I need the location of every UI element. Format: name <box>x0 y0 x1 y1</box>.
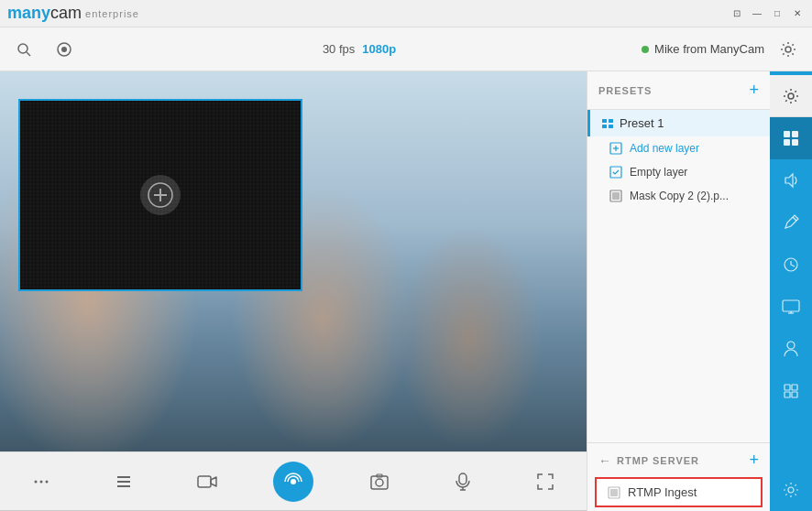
topbar: 30 fps 1080p Mike from ManyCam <box>0 27 812 71</box>
layers-btn[interactable] <box>770 117 812 159</box>
mic-btn[interactable] <box>446 465 479 498</box>
list-view-btn[interactable] <box>107 465 140 498</box>
fullscreen-btn[interactable] <box>529 465 562 498</box>
presets-section: PRESETS + Preset 1 <box>587 71 770 442</box>
draw-btn[interactable] <box>770 201 812 244</box>
svg-rect-31 <box>609 125 613 128</box>
rtmp-title: RTMP SERVER <box>617 455 699 466</box>
svg-line-46 <box>793 217 796 221</box>
svg-marker-45 <box>785 174 793 187</box>
settings-bottom-btn[interactable] <box>770 469 812 511</box>
broadcast-btn[interactable] <box>273 462 313 502</box>
fps-label: 30 fps <box>323 42 355 56</box>
search-icon[interactable] <box>11 37 37 62</box>
svg-rect-30 <box>602 125 607 128</box>
right-sidebar: PRESETS + Preset 1 <box>587 71 770 511</box>
right-panel: PRESETS + Preset 1 <box>587 71 812 511</box>
empty-layer-label: Empty layer <box>630 166 687 179</box>
user-name: Mike from ManyCam <box>654 42 764 56</box>
svg-point-10 <box>46 480 49 483</box>
screenshare-btn[interactable] <box>770 286 812 328</box>
svg-rect-42 <box>792 131 798 137</box>
user-status-dot <box>642 46 649 53</box>
rtmp-ingest-item[interactable]: RTMP Ingest <box>595 477 763 507</box>
presets-header: PRESETS + <box>587 71 770 110</box>
video-camera-btn[interactable] <box>191 465 224 498</box>
svg-point-0 <box>18 44 27 53</box>
svg-rect-29 <box>609 119 613 123</box>
rtmp-header-left: ← RTMP SERVER <box>598 453 699 468</box>
rtmp-section: ← RTMP SERVER + RTMP Ingest <box>587 442 770 511</box>
empty-layer-item[interactable]: Empty layer <box>587 160 770 184</box>
effects-icon[interactable] <box>51 37 77 62</box>
dots-menu-btn[interactable] <box>25 465 58 498</box>
svg-point-56 <box>788 487 794 493</box>
svg-line-1 <box>27 52 30 56</box>
titlebar: manycam enterprise ⊡ — □ ✕ <box>0 0 812 27</box>
photo-btn[interactable] <box>363 465 396 498</box>
close-btn[interactable]: ✕ <box>790 6 805 21</box>
add-layer-label: Add new layer <box>630 142 699 155</box>
topbar-right: Mike from ManyCam <box>642 37 801 62</box>
svg-point-51 <box>787 342 795 349</box>
rtmp-back-btn[interactable]: ← <box>598 453 611 468</box>
topbar-center: 30 fps 1080p <box>323 42 396 56</box>
mask-layer-icon <box>609 190 624 202</box>
svg-rect-53 <box>792 385 797 390</box>
history-btn[interactable] <box>770 244 812 286</box>
svg-rect-52 <box>785 385 790 390</box>
user-info: Mike from ManyCam <box>642 42 764 56</box>
svg-point-3 <box>61 47 67 52</box>
maximize-btn[interactable]: □ <box>770 6 785 21</box>
svg-rect-37 <box>612 192 620 200</box>
rtmp-ingest-label: RTMP Ingest <box>628 485 697 499</box>
video-background <box>0 71 587 451</box>
video-column: 1 › <box>0 71 587 511</box>
svg-point-40 <box>788 93 794 99</box>
restore-btn[interactable]: ⊡ <box>730 6 744 21</box>
add-layer-item[interactable]: Add new layer <box>587 136 770 160</box>
settings-top-btn[interactable] <box>770 75 812 117</box>
svg-rect-28 <box>602 119 607 123</box>
rtmp-ingest-icon <box>608 486 620 499</box>
empty-layer-icon <box>609 166 624 179</box>
preset-1-item[interactable]: Preset 1 <box>587 110 770 136</box>
preset-icon <box>601 118 614 129</box>
icon-bar <box>770 71 812 511</box>
svg-rect-14 <box>198 476 211 487</box>
preset-1-label: Preset 1 <box>620 116 664 130</box>
presets-title: PRESETS <box>598 85 652 96</box>
topbar-left <box>11 37 77 62</box>
rtmp-add-btn[interactable]: + <box>749 451 759 470</box>
person-btn[interactable] <box>770 328 812 370</box>
window-controls: ⊡ — □ ✕ <box>730 6 805 21</box>
rtmp-header: ← RTMP SERVER + <box>587 443 770 477</box>
enterprise-label: enterprise <box>85 8 139 19</box>
svg-point-9 <box>40 480 43 483</box>
mask-layer-label: Mask Copy 2 (2).p... <box>630 190 729 202</box>
svg-rect-48 <box>783 300 799 311</box>
volume-btn[interactable] <box>770 159 812 201</box>
video-controls <box>0 451 587 510</box>
logo: manycam enterprise <box>7 4 139 23</box>
svg-rect-16 <box>371 476 388 489</box>
video-area <box>0 71 587 510</box>
svg-rect-41 <box>784 131 790 137</box>
svg-point-4 <box>785 47 791 52</box>
overlay-video-box[interactable] <box>18 99 302 291</box>
svg-rect-35 <box>610 167 621 178</box>
svg-rect-19 <box>459 473 466 484</box>
gear-icon[interactable] <box>775 37 801 62</box>
minimize-btn[interactable]: — <box>750 6 764 21</box>
presets-add-btn[interactable]: + <box>749 81 759 100</box>
add-layer-icon <box>609 142 624 155</box>
grid-btn[interactable] <box>770 370 812 412</box>
main-layout: 1 › <box>0 71 812 511</box>
add-source-icon[interactable] <box>140 175 181 215</box>
svg-rect-44 <box>792 139 798 146</box>
svg-rect-55 <box>792 392 797 397</box>
svg-point-17 <box>376 479 383 486</box>
svg-point-15 <box>291 479 296 484</box>
mask-layer-item[interactable]: Mask Copy 2 (2).p... <box>587 184 770 208</box>
svg-point-8 <box>35 480 38 483</box>
